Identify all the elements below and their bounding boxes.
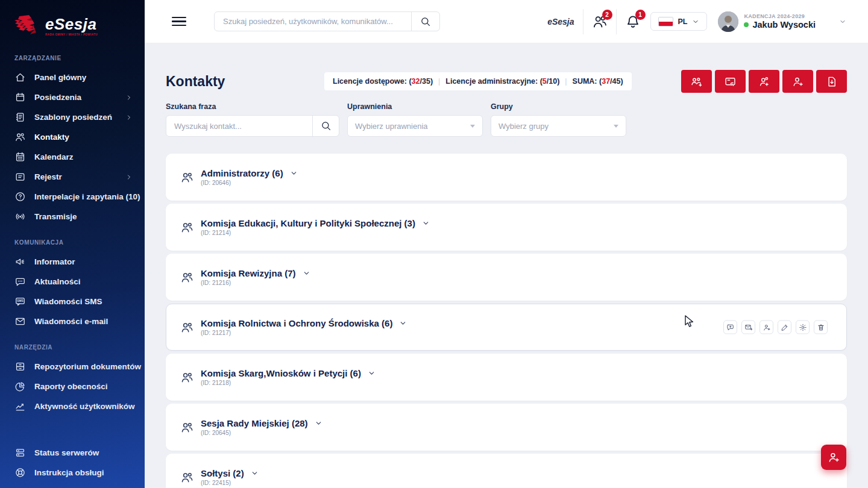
contacts-notifications-button[interactable]: 2: [592, 14, 608, 30]
home-icon: [14, 72, 26, 83]
calendar-icon: [14, 92, 26, 103]
group-row-komisja-rewizyjna: Komisja Rewizyjna (7) (ID: 21216): [166, 254, 847, 301]
sidebar-item-szablony-posiedzen[interactable]: Szablony posiedzeń: [0, 107, 145, 127]
template-icon: [14, 111, 26, 123]
megaphone-icon: [14, 256, 26, 267]
sidebar-item-repozytorium[interactable]: Repozytorium dokumentów: [0, 357, 145, 377]
sidebar-item-instrukcja[interactable]: Instrukcja obsługi: [0, 463, 145, 483]
avatar: [718, 11, 738, 32]
app-logo[interactable]: eSesja RADA GMINY / MIASTA / POWIATU: [0, 0, 145, 42]
add-contact-icon: [791, 75, 804, 88]
sidebar-item-kontakty[interactable]: Kontakty: [0, 127, 145, 147]
group-expand-toggle[interactable]: Komisja Edukacji, Kultury i Polityki Spo…: [201, 218, 430, 228]
group-expand-toggle[interactable]: Komisja Rolnictwa i Ochrony Środowiska (…: [201, 318, 407, 328]
export-contacts-button[interactable]: [816, 70, 847, 93]
group-settings-button[interactable]: [796, 321, 810, 334]
register-icon: [14, 171, 26, 183]
chevron-down-icon: [290, 169, 298, 177]
sidebar-item-informator[interactable]: Informator: [0, 252, 145, 272]
send-email-button[interactable]: [741, 321, 755, 334]
sidebar-item-kalendarz[interactable]: Kalendarz: [0, 147, 145, 167]
sidebar-item-status-serwerow[interactable]: Status serwerów: [0, 443, 145, 463]
group-expand-toggle[interactable]: Administratorzy (6): [201, 168, 298, 178]
license-access: Licencje dostępowe: (32/35): [333, 77, 433, 86]
user-menu[interactable]: KADENCJA 2024-2029 Jakub Wysocki: [718, 11, 846, 32]
filter-phrase-label: Szukana fraza: [166, 102, 339, 111]
main-content: Kontakty Licencje dostępowe: (32/35) | L…: [145, 43, 868, 488]
contact-search-button[interactable]: [313, 115, 339, 137]
edit-icon: [781, 323, 789, 331]
card-access-icon: [724, 75, 737, 88]
group-expand-toggle[interactable]: Sołtysi (2): [201, 468, 259, 478]
chat-icon: [14, 276, 26, 287]
group-icon: [180, 371, 194, 384]
add-contact-fab[interactable]: [821, 445, 846, 470]
group-id: (ID: 21216): [201, 280, 310, 286]
card-access-button[interactable]: [715, 70, 746, 93]
dropdown-arrow-icon: [470, 125, 475, 128]
sidebar-item-rejestr[interactable]: Rejestr: [0, 167, 145, 187]
edit-group-button[interactable]: [778, 321, 791, 334]
group-icon: [180, 271, 194, 284]
poland-flag-icon: [658, 17, 673, 27]
page-title: Kontakty: [166, 74, 324, 90]
contact-search: [166, 115, 339, 137]
notifications-badge: 1: [635, 10, 646, 20]
sidebar-item-wiadomosci-sms[interactable]: Wiadomości SMS: [0, 292, 145, 311]
notifications-button[interactable]: 1: [625, 14, 641, 30]
send-message-button[interactable]: [723, 321, 737, 334]
topbar: eSesja 2 1 PL KADENCJA 2024-2029 Jakub W…: [145, 0, 868, 43]
sidebar-item-raporty-obecnosci[interactable]: Raporty obecności: [0, 377, 145, 396]
broadcast-icon: [14, 211, 26, 222]
chevron-down-icon: [315, 419, 322, 427]
group-icon: [180, 170, 194, 184]
brand-label: eSesja: [547, 17, 574, 27]
group-row-sesja-rady: Sesja Rady Miejskiej (28) (ID: 20645): [166, 404, 847, 451]
chevron-down-icon: [399, 319, 407, 327]
sidebar-item-aktywnosc[interactable]: Aktywność użytkowników: [0, 396, 145, 416]
language-selector[interactable]: PL: [650, 12, 708, 31]
group-id: (ID: 21217): [201, 330, 407, 336]
filter-groups-label: Grupy: [491, 102, 626, 111]
divider: [583, 9, 583, 34]
groups-select[interactable]: Wybierz grupy: [491, 115, 626, 137]
group-icon: [180, 221, 194, 234]
add-member-button[interactable]: [760, 321, 773, 334]
sidebar-item-wyloguj[interactable]: Wyloguj: [0, 483, 145, 488]
kadencja-label: KADENCJA 2024-2029: [744, 13, 816, 19]
contact-search-input[interactable]: [166, 122, 312, 131]
sidebar-item-interpelacje[interactable]: Interpelacje i zapytania (10): [0, 187, 145, 207]
search-button[interactable]: [412, 11, 439, 31]
group-expand-toggle[interactable]: Sesja Rady Miejskiej (28): [201, 418, 322, 428]
group-id: (ID: 22415): [201, 480, 259, 486]
group-row-soltysi: Sołtysi (2) (ID: 22415): [166, 454, 847, 488]
group-icon: [180, 471, 194, 484]
calendar-grid-icon: [14, 151, 26, 163]
repository-icon: [14, 361, 26, 372]
delete-group-button[interactable]: [814, 321, 828, 334]
add-group-button[interactable]: [681, 70, 712, 93]
group-row-administratorzy: Administratorzy (6) (ID: 20646): [166, 154, 847, 201]
global-search-input[interactable]: [215, 17, 411, 26]
sidebar-item-transmisje[interactable]: Transmisje: [0, 207, 145, 227]
menu-toggle-button[interactable]: [172, 17, 186, 27]
group-row-komisja-skarg: Komisja Skarg,Wniosków i Petycji (6) (ID…: [166, 354, 847, 401]
chevron-down-icon: [303, 269, 310, 277]
export-document-icon: [825, 75, 838, 88]
sidebar-item-aktualnosci[interactable]: Aktualności: [0, 272, 145, 292]
sidebar-item-wiadomosci-email[interactable]: Wiadomości e-mail: [0, 311, 145, 331]
license-sum: SUMA: (37/45): [573, 77, 623, 86]
add-contact-button[interactable]: [782, 70, 813, 93]
assign-contact-button[interactable]: [749, 70, 779, 93]
chevron-down-icon: [251, 469, 259, 477]
permissions-select[interactable]: Wybierz uprawnienia: [347, 115, 483, 137]
sidebar-item-panel-glowny[interactable]: Panel główny: [0, 67, 145, 87]
eagle-logo-icon: [13, 14, 40, 38]
add-group-icon: [690, 75, 703, 88]
group-expand-toggle[interactable]: Komisja Skarg,Wniosków i Petycji (6): [201, 368, 376, 378]
language-code: PL: [678, 17, 688, 26]
group-expand-toggle[interactable]: Komisja Rewizyjna (7): [201, 268, 310, 278]
group-id: (ID: 21214): [201, 230, 430, 236]
sidebar-item-posiedzenia[interactable]: Posiedzenia: [0, 87, 145, 107]
group-row-komisja-edukacji: Komisja Edukacji, Kultury i Polityki Spo…: [166, 204, 847, 251]
